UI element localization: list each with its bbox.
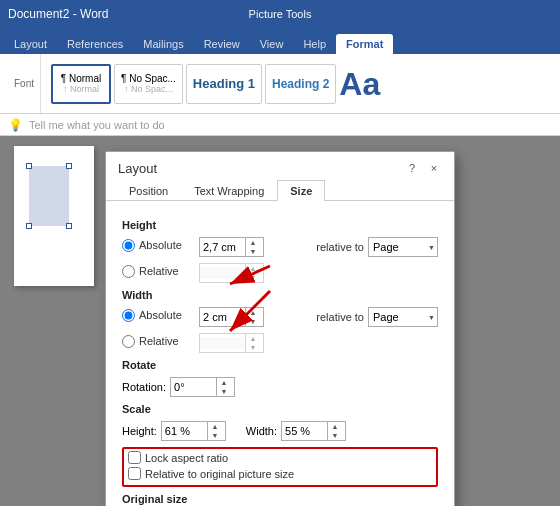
scale-width-spinner[interactable]: ▲ ▼ — [281, 421, 346, 441]
height-absolute-input[interactable] — [200, 241, 245, 253]
scale-height-label: Height: — [122, 425, 157, 437]
document-area: Layout ? × Position Text Wrapping Size H… — [0, 136, 560, 506]
rotation-input[interactable] — [171, 381, 216, 393]
dialog-close-button[interactable]: × — [426, 160, 442, 176]
width-absolute-spinner-btns: ▲ ▼ — [245, 308, 260, 326]
rotation-label: Rotation: — [122, 381, 166, 393]
dialog-title-controls: ? × — [404, 160, 442, 176]
width-relative-to-select-wrapper: Page Margin — [368, 307, 438, 327]
scale-height-up[interactable]: ▲ — [208, 422, 222, 431]
width-relative-input — [200, 337, 245, 349]
height-absolute-label: Absolute — [139, 239, 199, 251]
width-absolute-down[interactable]: ▼ — [246, 317, 260, 326]
tellme-text[interactable]: Tell me what you want to do — [29, 119, 165, 131]
scale-height-down[interactable]: ▼ — [208, 431, 222, 440]
height-relative-to-select-wrapper: Page Margin — [368, 237, 438, 257]
scale-height-spinner-btns: ▲ ▼ — [207, 422, 222, 440]
scale-width-input[interactable] — [282, 425, 327, 437]
width-section-title: Width — [122, 289, 438, 301]
scale-section: Scale Height: ▲ ▼ Width: — [122, 403, 438, 487]
title-bar: Document2 - Word Picture Tools — [0, 0, 560, 28]
lock-ratio-row: Lock aspect ratio — [128, 451, 432, 464]
relative-orig-row: Relative to original picture size — [128, 467, 432, 480]
scale-height-spinner[interactable]: ▲ ▼ — [161, 421, 226, 441]
ribbon-bar: Font ¶ Normal ↑ Normal ¶ No Spac... ↑ No… — [0, 54, 560, 114]
style-normal[interactable]: ¶ Normal ↑ Normal — [51, 64, 111, 104]
height-relative-input — [200, 267, 245, 279]
height-absolute-spinner[interactable]: ▲ ▼ — [199, 237, 264, 257]
scale-width-label: Width: — [246, 425, 277, 437]
width-absolute-row: Absolute ▲ ▼ relative to — [122, 307, 438, 327]
ribbon-tabs: Layout References Mailings Review View H… — [0, 28, 560, 54]
style-heading2[interactable]: Heading 2 — [265, 64, 336, 104]
lock-ratio-checkbox[interactable] — [128, 451, 141, 464]
rotation-down[interactable]: ▼ — [217, 387, 231, 396]
picture-tools-label: Picture Tools — [249, 8, 312, 20]
tab-view[interactable]: View — [250, 34, 294, 54]
style-no-space[interactable]: ¶ No Spac... ↑ No Spac... — [114, 64, 183, 104]
tab-layout[interactable]: Layout — [4, 34, 57, 54]
height-relative-to-label: relative to — [316, 241, 364, 253]
height-absolute-down[interactable]: ▼ — [246, 247, 260, 256]
width-absolute-up[interactable]: ▲ — [246, 308, 260, 317]
width-section: Width Absolute ▲ ▼ — [122, 289, 438, 353]
rotation-spinner[interactable]: ▲ ▼ — [170, 377, 235, 397]
lock-ratio-label: Lock aspect ratio — [145, 452, 228, 464]
height-absolute-radio[interactable] — [122, 239, 135, 252]
dialog-tab-size[interactable]: Size — [277, 180, 325, 201]
scale-row: Height: ▲ ▼ Width: ▲ — [122, 421, 438, 441]
height-absolute-spinner-btns: ▲ ▼ — [245, 238, 260, 256]
tab-references[interactable]: References — [57, 34, 133, 54]
height-absolute-row: Absolute ▲ ▼ relative to — [122, 237, 438, 257]
width-relative-to-select[interactable]: Page Margin — [368, 307, 438, 327]
dialog-tab-text-wrapping[interactable]: Text Wrapping — [181, 180, 277, 201]
tellme-bar: 💡 Tell me what you want to do — [0, 114, 560, 136]
rotation-row: Rotation: ▲ ▼ — [122, 377, 438, 397]
style-heading1[interactable]: Heading 1 — [186, 64, 262, 104]
scale-width-up[interactable]: ▲ — [328, 422, 342, 431]
dialog-help-button[interactable]: ? — [404, 160, 420, 176]
height-relative-radio[interactable] — [122, 265, 135, 278]
original-size-title: Original size — [122, 493, 438, 505]
dialog-title-bar: Layout ? × — [106, 152, 454, 180]
tab-format[interactable]: Format — [336, 34, 393, 54]
width-absolute-spinner[interactable]: ▲ ▼ — [199, 307, 264, 327]
font-group-label: Font — [14, 78, 34, 89]
original-size-section: Original size Height: 4,42 cm Width: 3,6… — [122, 493, 438, 506]
width-relative-radio[interactable] — [122, 335, 135, 348]
checkbox-highlight-box: Lock aspect ratio Relative to original p… — [122, 447, 438, 487]
rotation-spinner-btns: ▲ ▼ — [216, 378, 231, 396]
ribbon-group-font: Font — [8, 54, 41, 113]
scale-width-down[interactable]: ▼ — [328, 431, 342, 440]
height-absolute-up[interactable]: ▲ — [246, 238, 260, 247]
dialog-content: Height Absolute ▲ ▼ — [106, 201, 454, 506]
scale-section-title: Scale — [122, 403, 438, 415]
width-absolute-label: Absolute — [139, 309, 199, 321]
scale-height-input[interactable] — [162, 425, 207, 437]
relative-orig-label: Relative to original picture size — [145, 468, 294, 480]
width-absolute-radio[interactable] — [122, 309, 135, 322]
dialog-title: Layout — [118, 161, 157, 176]
dialog-tabs: Position Text Wrapping Size — [106, 180, 454, 201]
tab-help[interactable]: Help — [293, 34, 336, 54]
height-section-title: Height — [122, 219, 438, 231]
height-relative-to-select[interactable]: Page Margin — [368, 237, 438, 257]
height-relative-spinner: ▲ ▼ — [199, 263, 264, 283]
tab-mailings[interactable]: Mailings — [133, 34, 193, 54]
rotation-up[interactable]: ▲ — [217, 378, 231, 387]
dialog-overlay: Layout ? × Position Text Wrapping Size H… — [0, 136, 560, 506]
tab-review[interactable]: Review — [194, 34, 250, 54]
rotate-section: Rotate Rotation: ▲ ▼ — [122, 359, 438, 397]
width-relative-spinner: ▲ ▼ — [199, 333, 264, 353]
height-relative-row: Relative ▲ ▼ — [122, 263, 438, 283]
width-relative-label: Relative — [139, 335, 199, 347]
dialog-tab-position[interactable]: Position — [116, 180, 181, 201]
big-a-display: Aa — [339, 68, 380, 100]
height-relative-label: Relative — [139, 265, 199, 277]
width-relative-to-label: relative to — [316, 311, 364, 323]
ribbon-group-styles: ¶ Normal ↑ Normal ¶ No Spac... ↑ No Spac… — [45, 54, 386, 113]
width-absolute-input[interactable] — [200, 311, 245, 323]
relative-orig-checkbox[interactable] — [128, 467, 141, 480]
scale-width-spinner-btns: ▲ ▼ — [327, 422, 342, 440]
rotate-section-title: Rotate — [122, 359, 438, 371]
